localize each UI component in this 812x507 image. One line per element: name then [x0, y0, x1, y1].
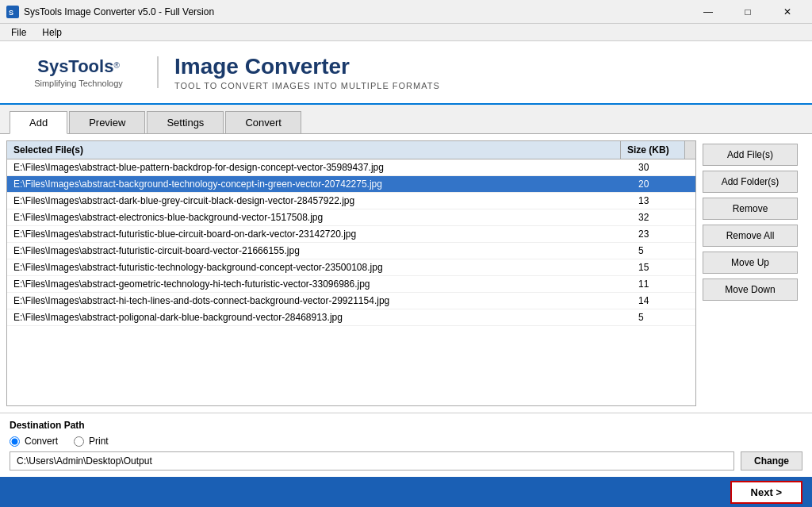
tab-bar: Add Preview Settings Convert: [0, 105, 812, 134]
table-row[interactable]: E:\Files\Images\abstract-futuristic-tech…: [7, 259, 695, 276]
file-list-area: Selected File(s) Size (KB) E:\Files\Imag…: [6, 140, 696, 406]
file-name: E:\Files\Images\abstract-futuristic-tech…: [7, 259, 632, 275]
table-row[interactable]: E:\Files\Images\abstract-futuristic-circ…: [7, 243, 695, 259]
table-row[interactable]: E:\Files\Images\abstract-background-tech…: [7, 176, 695, 193]
remove-all-button[interactable]: Remove All: [703, 225, 798, 247]
radio-convert-input[interactable]: [10, 436, 20, 447]
column-name: Selected File(s): [7, 141, 621, 159]
svg-text:S: S: [9, 9, 13, 17]
table-row[interactable]: E:\Files\Images\abstract-hi-tech-lines-a…: [7, 293, 695, 309]
menu-bar: File Help: [0, 24, 812, 41]
radio-print-input[interactable]: [74, 436, 84, 447]
file-size: 32: [632, 209, 695, 225]
move-up-button[interactable]: Move Up: [703, 252, 798, 274]
buttons-panel: Add File(s) Add Folder(s) Remove Remove …: [703, 140, 806, 406]
file-name: E:\Files\Images\abstract-hi-tech-lines-a…: [7, 293, 632, 309]
path-input[interactable]: [10, 451, 734, 471]
window-controls: — □ ✕: [690, 0, 806, 24]
menu-file[interactable]: File: [3, 25, 34, 40]
table-row[interactable]: E:\Files\Images\abstract-dark-blue-grey-…: [7, 193, 695, 209]
remove-button[interactable]: Remove: [703, 198, 798, 220]
table-row[interactable]: E:\Files\Images\abstract-geometric-techn…: [7, 276, 695, 293]
file-name: E:\Files\Images\abstract-geometric-techn…: [7, 276, 632, 292]
minimize-button[interactable]: —: [690, 0, 726, 24]
file-size: 5: [632, 243, 695, 259]
logo-section: SysTools® Simplifying Technology: [16, 56, 159, 88]
logo-subtitle: Simplifying Technology: [34, 79, 123, 88]
tab-add[interactable]: Add: [10, 111, 67, 134]
file-size: 13: [632, 193, 695, 209]
add-folder-button[interactable]: Add Folder(s): [703, 171, 798, 193]
file-name: E:\Files\Images\abstract-futuristic-blue…: [7, 226, 632, 242]
main-area: Selected File(s) Size (KB) E:\Files\Imag…: [0, 134, 812, 413]
file-size: 5: [632, 309, 695, 325]
table-row[interactable]: E:\Files\Images\abstract-electronics-blu…: [7, 209, 695, 226]
destination-label: Destination Path: [10, 420, 802, 431]
app-icon: S: [6, 6, 19, 18]
file-size: 15: [632, 259, 695, 275]
close-button[interactable]: ✕: [769, 0, 806, 24]
window-title: SysTools Image Converter v5.0 - Full Ver…: [24, 6, 690, 17]
add-files-button[interactable]: Add File(s): [703, 144, 798, 166]
file-list-header: Selected File(s) Size (KB): [7, 141, 695, 159]
radio-group: Convert Print: [10, 436, 802, 447]
file-size: 30: [632, 159, 695, 175]
footer-bar: Next >: [0, 477, 812, 507]
app-title: Image Converter: [174, 54, 440, 79]
radio-convert[interactable]: Convert: [10, 436, 58, 447]
logo-text: SysTools®: [37, 56, 120, 77]
file-name: E:\Files\Images\abstract-background-tech…: [7, 176, 632, 192]
file-size: 14: [632, 293, 695, 309]
menu-help[interactable]: Help: [34, 25, 70, 40]
column-size: Size (KB): [621, 141, 684, 159]
table-row[interactable]: E:\Files\Images\abstract-poligonal-dark-…: [7, 309, 695, 326]
file-size: 20: [632, 176, 695, 192]
file-name: E:\Files\Images\abstract-poligonal-dark-…: [7, 309, 632, 325]
radio-print[interactable]: Print: [74, 436, 109, 447]
file-list-body[interactable]: E:\Files\Images\abstract-blue-pattern-ba…: [7, 159, 695, 405]
file-name: E:\Files\Images\abstract-blue-pattern-ba…: [7, 159, 632, 175]
file-name: E:\Files\Images\abstract-futuristic-circ…: [7, 243, 632, 259]
next-button[interactable]: Next >: [730, 481, 802, 504]
scrollbar-placeholder: [684, 141, 695, 159]
path-row: Change: [10, 451, 802, 471]
table-row[interactable]: E:\Files\Images\abstract-futuristic-blue…: [7, 226, 695, 243]
tab-preview[interactable]: Preview: [69, 111, 145, 133]
tab-settings[interactable]: Settings: [147, 111, 224, 133]
file-name: E:\Files\Images\abstract-electronics-blu…: [7, 209, 632, 225]
title-bar: S SysTools Image Converter v5.0 - Full V…: [0, 0, 812, 24]
app-header: SysTools® Simplifying Technology Image C…: [0, 41, 812, 105]
table-row[interactable]: E:\Files\Images\abstract-blue-pattern-ba…: [7, 159, 695, 176]
move-down-button[interactable]: Move Down: [703, 278, 798, 301]
file-size: 23: [632, 226, 695, 242]
tab-convert[interactable]: Convert: [225, 111, 301, 133]
change-button[interactable]: Change: [741, 451, 802, 471]
content-wrapper: Selected File(s) Size (KB) E:\Files\Imag…: [0, 134, 812, 507]
file-size: 11: [632, 276, 695, 292]
bottom-section: Destination Path Convert Print Change: [0, 413, 812, 477]
app-subtitle: TOOL TO CONVERT IMAGES INTO MULTIPLE FOR…: [174, 81, 440, 90]
app-title-section: Image Converter TOOL TO CONVERT IMAGES I…: [174, 54, 440, 90]
restore-button[interactable]: □: [730, 0, 766, 24]
file-name: E:\Files\Images\abstract-dark-blue-grey-…: [7, 193, 632, 209]
